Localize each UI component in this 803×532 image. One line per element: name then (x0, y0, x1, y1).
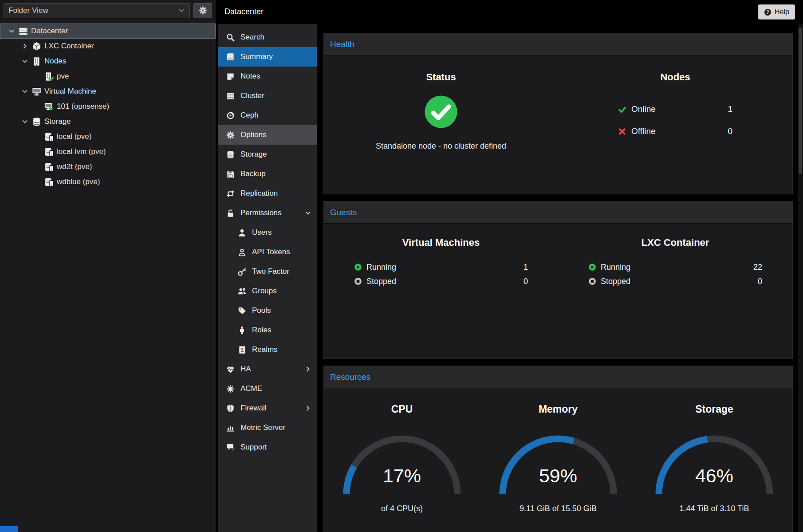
menu-item-backup[interactable]: Backup (218, 164, 317, 184)
chevron-right-icon[interactable] (21, 43, 29, 50)
tree-item-label: 101 (opnsense) (57, 102, 109, 111)
chevron-down-icon[interactable] (21, 58, 29, 65)
tree-item-label: Datacenter (31, 27, 68, 35)
tree-item-virtual-machine[interactable]: Virtual Machine (0, 84, 216, 99)
menu-item-ha[interactable]: HA (218, 359, 317, 379)
guests-panel: Guests Virtual Machines Running 1 Stoppe… (323, 201, 793, 359)
resources-panel-header: Resources (324, 366, 792, 388)
menu-item-summary[interactable]: Summary (218, 47, 317, 67)
status-heading: Status (426, 71, 456, 83)
vm-running-label: Running (366, 263, 396, 272)
menu-item-label: Roles (252, 326, 271, 335)
view-mode-select[interactable]: Folder View (4, 3, 190, 18)
menu-item-api-tokens[interactable]: API Tokens (218, 242, 317, 262)
menu-item-label: Two Factor (252, 267, 289, 276)
chevron-right-icon[interactable] (304, 405, 311, 412)
guests-title: Guests (330, 208, 357, 217)
storage-gauge-value: 46% (652, 465, 776, 487)
cpu-gauge-detail: of 4 CPU(s) (381, 504, 423, 513)
menu-item-replication[interactable]: Replication (218, 184, 317, 203)
menu-item-storage[interactable]: Storage (218, 145, 317, 164)
lxc-heading: LXC Container (642, 237, 709, 248)
vm-running-row: Running 1 (354, 260, 528, 274)
storage-gauge-arc: 46% (652, 431, 776, 499)
nodes-heading: Nodes (660, 71, 690, 83)
tree-item-lxc-container[interactable]: LXC Container (0, 39, 216, 54)
menu-item-metric-server[interactable]: Metric Server (218, 418, 317, 437)
chevron-down-icon[interactable] (21, 118, 29, 125)
chevron-down-icon[interactable] (8, 28, 16, 35)
chevron-down-icon[interactable] (21, 88, 29, 95)
menu-item-pools[interactable]: Pools (218, 301, 317, 320)
chevron-right-icon[interactable] (304, 366, 311, 373)
offline-count: 0 (728, 126, 732, 136)
tree-item-wdblue-pve[interactable]: wdblue (pve) (0, 174, 216, 189)
cross-icon (618, 127, 626, 136)
menu-item-firewall[interactable]: Firewall (218, 398, 317, 418)
menu-item-cluster[interactable]: Cluster (218, 86, 317, 106)
tree-item-label: LXC Container (44, 42, 94, 51)
tree-item-local-pve[interactable]: local (pve) (0, 129, 216, 144)
tree-item-label: Storage (44, 117, 71, 126)
bottom-left-accent (0, 526, 18, 532)
tree-item-local-lvm-pve[interactable]: local-lvm (pve) (0, 144, 216, 159)
menu-item-label: Pools (252, 306, 271, 315)
menu-item-roles[interactable]: Roles (218, 320, 317, 340)
chevron-down-icon[interactable] (304, 209, 311, 217)
menu-item-two-factor[interactable]: Two Factor (218, 262, 317, 281)
cpu-gauge-value: 17% (340, 465, 464, 487)
menu-item-options[interactable]: Options (218, 125, 317, 145)
play-circle-icon (354, 263, 362, 271)
tree-item-pve[interactable]: pve (0, 69, 216, 84)
tree-item-storage[interactable]: Storage (0, 114, 216, 129)
tree-settings-button[interactable] (193, 3, 212, 18)
menu-item-permissions[interactable]: Permissions (218, 203, 317, 223)
menu-item-label: Options (240, 130, 267, 139)
tree-item-nodes[interactable]: Nodes (0, 54, 216, 69)
menu-item-support[interactable]: Support (218, 437, 317, 457)
lxc-running-row: Running 22 (588, 260, 762, 274)
main-content: Health Status Standalone node - no clust… (317, 24, 798, 532)
resource-tree-panel: Folder View DatacenterLXC ContainerNodes… (0, 0, 216, 532)
note-icon (226, 72, 235, 81)
seal-icon (226, 385, 235, 393)
tree-item-datacenter[interactable]: Datacenter (0, 24, 216, 39)
view-mode-value: Folder View (8, 6, 48, 15)
expander-spacer (33, 103, 41, 110)
menu-item-acme[interactable]: ACME (218, 379, 317, 398)
tree-item-wd2t-pve[interactable]: wd2t (pve) (0, 159, 216, 174)
svg-text:?: ? (766, 9, 769, 15)
menu-item-groups[interactable]: Groups (218, 281, 317, 301)
menu-item-label: Summary (240, 52, 273, 61)
cpu-gauge: CPU 17% of 4 CPU(s) (333, 403, 471, 532)
menu-item-users[interactable]: Users (218, 223, 317, 242)
tree-item-101-opnsense[interactable]: 101 (opnsense) (0, 99, 216, 114)
scrollbar-thumb[interactable] (799, 28, 802, 174)
menu-item-notes[interactable]: Notes (218, 67, 317, 86)
tree-toolbar: Folder View (0, 0, 216, 21)
servers-icon (19, 27, 28, 36)
menu-item-label: Support (240, 443, 267, 452)
menu-item-search[interactable]: Search (218, 28, 317, 47)
db-drive-icon (44, 162, 54, 172)
resources-panel: Resources CPU 17% of 4 CPU(s) Memory (323, 366, 793, 532)
db-drive-icon (44, 132, 54, 142)
vm-running-count: 1 (524, 263, 528, 272)
lxc-rows: Running 22 Stopped 0 (588, 260, 762, 288)
status-ok-icon (424, 95, 458, 129)
gear-icon (226, 131, 235, 139)
menu-item-label: Ceph (240, 111, 259, 120)
search-icon (226, 33, 235, 42)
help-button[interactable]: ? Help (758, 4, 795, 20)
menu-item-ceph[interactable]: Ceph (218, 106, 317, 125)
menu-item-realms[interactable]: Realms (218, 340, 317, 359)
resources-title: Resources (330, 372, 370, 382)
menu-item-label: Replication (240, 189, 278, 198)
tag-icon (238, 307, 246, 315)
key-icon (238, 268, 246, 276)
vertical-scrollbar[interactable] (798, 24, 803, 532)
menu-item-label: Groups (252, 287, 277, 296)
building-check-icon (44, 72, 54, 81)
check-icon (618, 105, 626, 114)
heartbeat-icon (226, 365, 235, 374)
